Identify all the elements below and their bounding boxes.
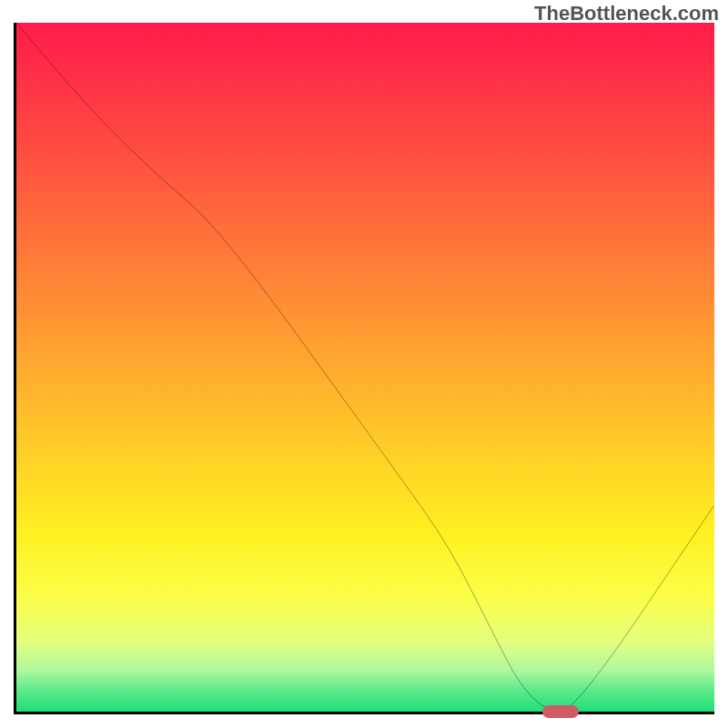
optimal-marker <box>542 705 579 718</box>
watermark-text: TheBottleneck.com <box>534 2 719 25</box>
chart-area <box>14 23 714 714</box>
bottleneck-curve <box>16 23 714 712</box>
